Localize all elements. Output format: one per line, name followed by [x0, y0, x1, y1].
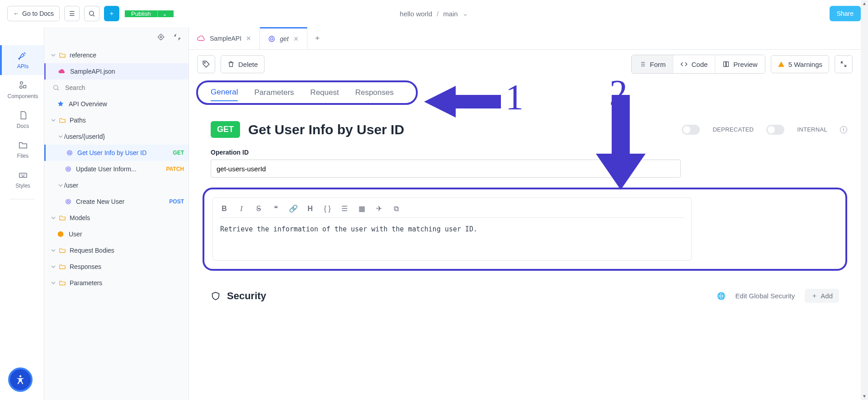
- internal-toggle[interactable]: [766, 125, 784, 135]
- tree-label: reference: [70, 52, 96, 59]
- sidebar-search[interactable]: [44, 80, 189, 96]
- delete-button[interactable]: Delete: [221, 55, 264, 73]
- add-button[interactable]: ＋: [104, 6, 119, 21]
- tree-label: API Overview: [69, 100, 107, 108]
- description-text[interactable]: Retrieve the information of the user wit…: [220, 225, 684, 233]
- tab-label: get: [280, 35, 288, 42]
- view-preview[interactable]: Preview: [715, 55, 764, 73]
- shapes-icon: [18, 80, 28, 90]
- tree-api-overview[interactable]: API Overview: [44, 96, 189, 112]
- accessibility-button[interactable]: [8, 367, 33, 392]
- share-button[interactable]: Share: [830, 6, 861, 21]
- svg-rect-5: [19, 173, 27, 177]
- tree-op-create-user[interactable]: Create New User POST: [44, 193, 189, 210]
- bullet-list-icon[interactable]: ☰: [340, 204, 349, 213]
- form-tab-general[interactable]: General: [211, 84, 238, 101]
- operation-icon: [65, 166, 71, 172]
- link-icon[interactable]: 🔗: [289, 204, 297, 213]
- view-code[interactable]: Code: [673, 55, 715, 73]
- search-icon[interactable]: [84, 6, 99, 21]
- tree-folder-responses[interactable]: Responses: [44, 259, 189, 275]
- tag-button[interactable]: [197, 55, 215, 73]
- deprecated-toggle[interactable]: [682, 125, 700, 135]
- tree-path-users-userid[interactable]: /users/{userId}: [44, 128, 189, 145]
- folder-icon: [59, 214, 66, 221]
- tree-folder-request-bodies[interactable]: Request Bodies: [44, 242, 189, 259]
- svg-point-18: [204, 62, 205, 63]
- tab-label: SampleAPI: [210, 35, 241, 42]
- publish-button[interactable]: Publish ⌄: [125, 10, 174, 17]
- tab-sampleapi[interactable]: SampleAPI ✕: [189, 27, 260, 49]
- search-input[interactable]: [65, 84, 180, 91]
- view-form[interactable]: Form: [632, 55, 673, 73]
- quote-icon[interactable]: ❝: [272, 204, 280, 213]
- add-security-button[interactable]: ＋ Add: [805, 289, 839, 303]
- crosshair-icon[interactable]: [157, 33, 165, 41]
- operation-icon: [65, 198, 71, 205]
- table-icon[interactable]: ▦: [358, 204, 366, 213]
- add-tab-button[interactable]: ＋: [307, 27, 327, 49]
- bold-icon[interactable]: B: [220, 205, 228, 213]
- view-mode-segment: Form Code Preview: [631, 55, 765, 74]
- chevron-down-icon: [50, 279, 57, 287]
- tree-model-user[interactable]: User: [44, 226, 189, 242]
- italic-icon[interactable]: I: [237, 205, 245, 213]
- globe-icon: 🌐: [717, 292, 726, 300]
- tree-path-user[interactable]: /user: [44, 177, 189, 193]
- tree-label: Create New User: [76, 198, 124, 205]
- arrow-left-icon: ←: [13, 10, 19, 17]
- chevron-down-icon: ⌄: [157, 10, 167, 17]
- editor-toolbar: Delete Form Code Preview 5 Warnings: [189, 50, 861, 79]
- warnings-button[interactable]: 5 Warnings: [771, 55, 829, 73]
- go-to-docs-button[interactable]: ← Go to Docs: [7, 6, 60, 21]
- description-block: B I S ❝ 🔗 H { } ☰ ▦ ✈ ⧉ Retrieve the inf…: [203, 188, 847, 271]
- close-icon[interactable]: ✕: [246, 35, 251, 42]
- main-panel: SampleAPI ✕ get ✕ ＋ Delete Form Code: [189, 27, 861, 400]
- tree-label: Responses: [70, 263, 101, 270]
- tree-label: /user: [64, 182, 78, 189]
- form-tab-parameters[interactable]: Parameters: [254, 85, 294, 101]
- tag-icon: [202, 60, 210, 68]
- scroll-down-icon[interactable]: ▼: [862, 394, 867, 399]
- scrollbar[interactable]: ▲ ▼: [861, 0, 868, 400]
- rail-files[interactable]: Files: [0, 135, 44, 165]
- operation-title[interactable]: Get User Info by User ID: [248, 122, 404, 137]
- branch-name[interactable]: main: [443, 10, 458, 18]
- rail-styles[interactable]: Styles: [0, 165, 44, 194]
- expand-icon: [840, 61, 847, 68]
- project-name[interactable]: hello world: [400, 10, 432, 18]
- tree-op-get-user[interactable]: Get User Info by User ID GET: [44, 145, 189, 161]
- rail-apis[interactable]: APIs: [0, 45, 44, 75]
- rail-components[interactable]: Components: [0, 75, 44, 105]
- tree-file-sampleapi[interactable]: SampleAPI.json: [44, 63, 189, 80]
- edit-global-security-link[interactable]: Edit Global Security: [736, 292, 795, 300]
- chevron-down-icon[interactable]: ⌄: [462, 9, 468, 18]
- form-tab-request[interactable]: Request: [310, 85, 339, 101]
- info-icon[interactable]: i: [840, 126, 847, 133]
- tree-folder-paths[interactable]: Paths: [44, 112, 189, 128]
- sidebar-controls: [44, 27, 189, 47]
- heading-icon[interactable]: H: [306, 205, 314, 213]
- operation-id-input[interactable]: [211, 160, 681, 178]
- tree-op-patch-user[interactable]: Update User Inform... PATCH: [44, 161, 189, 177]
- tree-folder-parameters[interactable]: Parameters: [44, 275, 189, 291]
- rail-docs[interactable]: Docs: [0, 105, 44, 135]
- chevron-down-icon: [50, 214, 57, 221]
- tree-folder-reference[interactable]: reference: [44, 47, 189, 63]
- form-tab-responses[interactable]: Responses: [355, 85, 394, 101]
- expand-button[interactable]: [835, 55, 853, 73]
- breadcrumb-separator: /: [437, 10, 439, 18]
- close-icon[interactable]: ✕: [293, 35, 299, 42]
- menu-icon[interactable]: ☰: [64, 6, 80, 21]
- view-label: Preview: [733, 61, 757, 68]
- collapse-icon[interactable]: [173, 33, 181, 41]
- scroll-up-icon[interactable]: ▲: [862, 1, 867, 6]
- editor-tabs: SampleAPI ✕ get ✕ ＋: [189, 27, 861, 50]
- package-icon[interactable]: ⧉: [392, 205, 400, 213]
- tab-get[interactable]: get ✕: [260, 27, 307, 49]
- send-icon[interactable]: ✈: [375, 204, 383, 213]
- strikethrough-icon[interactable]: S: [255, 205, 263, 213]
- description-editor[interactable]: B I S ❝ 🔗 H { } ☰ ▦ ✈ ⧉ Retrieve the inf…: [212, 198, 692, 261]
- code-block-icon[interactable]: { }: [323, 205, 331, 213]
- tree-folder-models[interactable]: Models: [44, 210, 189, 226]
